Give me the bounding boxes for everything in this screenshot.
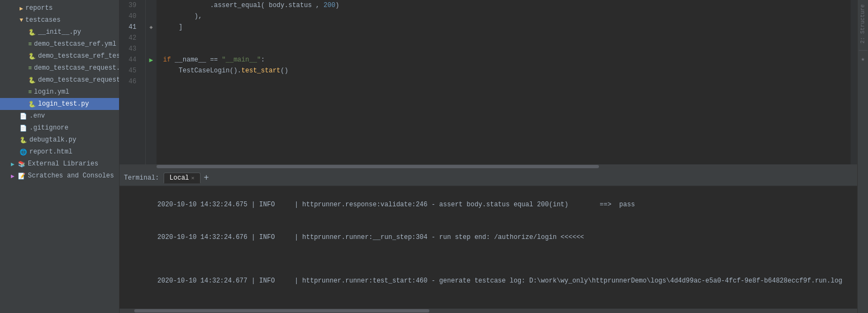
sidebar-item-label: demo_testcase_request.yml bbox=[34, 64, 119, 72]
sidebar-item-report-html[interactable]: 🌐 report.html bbox=[0, 146, 119, 158]
sidebar-item-label: report.html bbox=[29, 148, 72, 156]
sidebar-item-label: External Libraries bbox=[28, 160, 98, 168]
git-file-icon: 📄 bbox=[20, 125, 27, 132]
terminal-line-1: 2020-10-10 14:32:24.675 | INFO | httprun… bbox=[126, 188, 851, 221]
html-file-icon: 🌐 bbox=[20, 149, 27, 156]
line-num-42: 42 bbox=[120, 33, 141, 44]
yml-file-icon: ≡ bbox=[28, 41, 32, 47]
code-editor: 39 40 41 42 43 44 45 46 ◈ ▶ bbox=[120, 0, 857, 169]
terminal-line-4: 2020-10-10 14:32:24.677 | INFO | httprun… bbox=[126, 265, 851, 297]
file-tree: ▶ reports ▼ testcases 🐍 __init__.py ≡ de… bbox=[0, 0, 119, 313]
line-numbers: 39 40 41 42 43 44 45 46 bbox=[120, 0, 146, 164]
gutter: ◈ ▶ bbox=[146, 0, 157, 164]
sidebar-item-label: demo_testcase_request_test.py bbox=[38, 76, 119, 84]
code-line-45: TestCaseLogin().test_start() bbox=[163, 65, 844, 76]
file-tree-sidebar: ▶ reports ▼ testcases 🐍 __init__.py ≡ de… bbox=[0, 0, 120, 313]
sidebar-item-init-py[interactable]: 🐍 __init__.py bbox=[0, 26, 119, 38]
sidebar-item-label: demo_testcase_ref.yml bbox=[34, 40, 116, 48]
line-num-40: 40 bbox=[120, 11, 141, 22]
sidebar-item-label: demo_testcase_ref_test.py bbox=[38, 52, 119, 60]
sidebar-item-login-test-py[interactable]: 🐍 login_test.py bbox=[0, 98, 119, 110]
line-num-43: 43 bbox=[120, 44, 141, 54]
code-line-43 bbox=[163, 44, 844, 54]
code-line-44: if __name__ == "__main__": bbox=[163, 54, 844, 65]
sidebar-item-demo-request-yml[interactable]: ≡ demo_testcase_request.yml bbox=[0, 62, 119, 74]
terminal-area: Terminal: Local ✕ + 2020-10-10 14:32:24.… bbox=[120, 169, 857, 313]
yml-file-icon: ≡ bbox=[28, 65, 32, 71]
sidebar-item-env[interactable]: 📄 .env bbox=[0, 110, 119, 122]
sidebar-item-scratches-consoles[interactable]: ▶ 📝 Scratches and Consoles bbox=[0, 170, 119, 182]
folder-icon: ▶ bbox=[20, 5, 23, 12]
sidebar-item-debugtalk-py[interactable]: 🐍 debugtalk.py bbox=[0, 134, 119, 146]
yml-file-icon: ≡ bbox=[28, 89, 32, 95]
terminal-tab-close-icon[interactable]: ✕ bbox=[191, 175, 195, 181]
py-file-icon: 🐍 bbox=[20, 137, 27, 144]
sidebar-item-demo-ref-test-py[interactable]: 🐍 demo_testcase_ref_test.py bbox=[0, 50, 119, 62]
sidebar-item-external-libraries[interactable]: ▶ 📚 External Libraries bbox=[0, 158, 119, 170]
py-file-icon: 🐍 bbox=[28, 53, 36, 60]
sidebar-item-label: testcases bbox=[26, 16, 61, 24]
terminal-line-3 bbox=[126, 254, 851, 265]
scrollbar-thumb bbox=[157, 165, 599, 168]
terminal-line-5: . [100%] bbox=[126, 297, 851, 309]
terminal-content: 2020-10-10 14:32:24.675 | INFO | httprun… bbox=[120, 186, 857, 309]
line-num-41: 41 bbox=[120, 22, 141, 33]
code-content[interactable]: .assert_equal( body.status , 200) ), ] i… bbox=[157, 0, 851, 164]
scratch-icon: ▶ 📝 bbox=[11, 173, 26, 180]
main-content: 39 40 41 42 43 44 45 46 ◈ ▶ bbox=[120, 0, 857, 313]
sidebar-item-demo-ref-yml[interactable]: ≡ demo_testcase_ref.yml bbox=[0, 38, 119, 50]
run-arrow-icon[interactable]: ▶ bbox=[149, 56, 153, 64]
code-container: 39 40 41 42 43 44 45 46 ◈ ▶ bbox=[120, 0, 857, 164]
bottom-scrollbar-thumb bbox=[134, 309, 429, 312]
line-num-44: 44 bbox=[120, 54, 141, 65]
code-line-41: ] bbox=[163, 22, 844, 33]
line-num-39: 39 bbox=[120, 0, 141, 11]
terminal-tab-label-local: Local bbox=[170, 174, 189, 182]
bottom-scrollbar[interactable] bbox=[120, 309, 857, 313]
extlib-icon: ▶ 📚 bbox=[11, 161, 26, 168]
horizontal-scrollbar[interactable] bbox=[120, 164, 857, 169]
sidebar-item-testcases[interactable]: ▼ testcases bbox=[0, 14, 119, 26]
structure-label[interactable]: 2: Structure bbox=[859, 0, 867, 48]
sidebar-item-demo-request-test-py[interactable]: 🐍 demo_testcase_request_test.py bbox=[0, 74, 119, 86]
sidebar-item-label: __init__.py bbox=[38, 28, 81, 36]
py-file-icon: 🐍 bbox=[28, 29, 36, 36]
sidebar-item-label: .env bbox=[29, 112, 45, 120]
code-line-46 bbox=[163, 76, 844, 87]
sidebar-item-label: Scratches and Consoles bbox=[28, 172, 114, 180]
py-file-icon: 🐍 bbox=[28, 77, 36, 84]
terminal-line-2: 2020-10-10 14:32:24.676 | INFO | httprun… bbox=[126, 221, 851, 254]
terminal-tab-local[interactable]: Local ✕ bbox=[164, 173, 201, 183]
py-file-icon: 🐍 bbox=[28, 101, 36, 108]
sidebar-item-label: reports bbox=[26, 4, 53, 12]
vertical-sidebar: 2: Structure ★ bbox=[857, 0, 868, 313]
breakpoint-indicator: ◈ bbox=[149, 24, 153, 30]
folder-open-icon: ▼ bbox=[20, 17, 23, 23]
vert-divider bbox=[859, 50, 867, 51]
sidebar-item-reports[interactable]: ▶ reports bbox=[0, 2, 119, 14]
sidebar-item-label: login.yml bbox=[34, 88, 70, 96]
sidebar-item-label: .gitignore bbox=[29, 124, 68, 132]
sidebar-item-label: debugtalk.py bbox=[29, 136, 76, 144]
vertical-scrollbar[interactable] bbox=[851, 0, 857, 164]
code-line-40: ), bbox=[163, 11, 844, 22]
line-num-45: 45 bbox=[120, 65, 141, 76]
terminal-tab-bar: Terminal: Local ✕ + bbox=[120, 170, 857, 186]
sidebar-item-label: login_test.py bbox=[38, 100, 89, 108]
sidebar-item-gitignore[interactable]: 📄 .gitignore bbox=[0, 122, 119, 134]
line-num-46: 46 bbox=[120, 76, 141, 87]
code-line-42 bbox=[163, 33, 844, 44]
code-line-39: .assert_equal( body.status , 200) bbox=[163, 0, 844, 11]
env-file-icon: 📄 bbox=[20, 113, 27, 120]
sidebar-item-login-yml[interactable]: ≡ login.yml bbox=[0, 86, 119, 98]
terminal-label: Terminal: bbox=[124, 174, 159, 182]
terminal-add-tab-button[interactable]: + bbox=[204, 174, 209, 182]
favorites-icon[interactable]: ★ bbox=[859, 53, 867, 65]
